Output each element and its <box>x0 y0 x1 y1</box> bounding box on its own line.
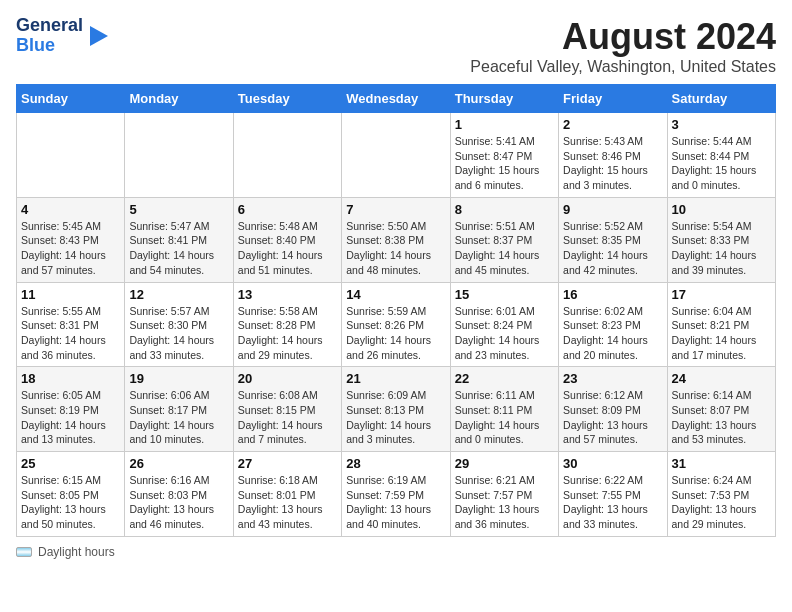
day-number: 11 <box>21 287 120 302</box>
day-number: 12 <box>129 287 228 302</box>
calendar-cell: 2Sunrise: 5:43 AM Sunset: 8:46 PM Daylig… <box>559 113 667 198</box>
day-number: 31 <box>672 456 771 471</box>
day-header-tuesday: Tuesday <box>233 85 341 113</box>
calendar-cell: 11Sunrise: 5:55 AM Sunset: 8:31 PM Dayli… <box>17 282 125 367</box>
day-info: Sunrise: 6:24 AM Sunset: 7:53 PM Dayligh… <box>672 473 771 532</box>
calendar-week-row: 11Sunrise: 5:55 AM Sunset: 8:31 PM Dayli… <box>17 282 776 367</box>
day-number: 27 <box>238 456 337 471</box>
day-header-saturday: Saturday <box>667 85 775 113</box>
calendar-cell: 9Sunrise: 5:52 AM Sunset: 8:35 PM Daylig… <box>559 197 667 282</box>
calendar-cell: 26Sunrise: 6:16 AM Sunset: 8:03 PM Dayli… <box>125 452 233 537</box>
day-info: Sunrise: 5:50 AM Sunset: 8:38 PM Dayligh… <box>346 219 445 278</box>
day-info: Sunrise: 6:16 AM Sunset: 8:03 PM Dayligh… <box>129 473 228 532</box>
day-info: Sunrise: 5:55 AM Sunset: 8:31 PM Dayligh… <box>21 304 120 363</box>
day-header-friday: Friday <box>559 85 667 113</box>
day-info: Sunrise: 6:04 AM Sunset: 8:21 PM Dayligh… <box>672 304 771 363</box>
day-number: 21 <box>346 371 445 386</box>
day-info: Sunrise: 5:58 AM Sunset: 8:28 PM Dayligh… <box>238 304 337 363</box>
day-info: Sunrise: 6:18 AM Sunset: 8:01 PM Dayligh… <box>238 473 337 532</box>
day-number: 23 <box>563 371 662 386</box>
day-info: Sunrise: 6:11 AM Sunset: 8:11 PM Dayligh… <box>455 388 554 447</box>
calendar-cell: 21Sunrise: 6:09 AM Sunset: 8:13 PM Dayli… <box>342 367 450 452</box>
day-info: Sunrise: 6:06 AM Sunset: 8:17 PM Dayligh… <box>129 388 228 447</box>
day-info: Sunrise: 6:08 AM Sunset: 8:15 PM Dayligh… <box>238 388 337 447</box>
day-info: Sunrise: 6:09 AM Sunset: 8:13 PM Dayligh… <box>346 388 445 447</box>
calendar-cell: 1Sunrise: 5:41 AM Sunset: 8:47 PM Daylig… <box>450 113 558 198</box>
calendar-cell <box>17 113 125 198</box>
calendar-cell: 24Sunrise: 6:14 AM Sunset: 8:07 PM Dayli… <box>667 367 775 452</box>
day-info: Sunrise: 6:05 AM Sunset: 8:19 PM Dayligh… <box>21 388 120 447</box>
calendar-cell: 8Sunrise: 5:51 AM Sunset: 8:37 PM Daylig… <box>450 197 558 282</box>
day-number: 15 <box>455 287 554 302</box>
day-number: 10 <box>672 202 771 217</box>
day-info: Sunrise: 6:19 AM Sunset: 7:59 PM Dayligh… <box>346 473 445 532</box>
calendar-cell: 23Sunrise: 6:12 AM Sunset: 8:09 PM Dayli… <box>559 367 667 452</box>
calendar-cell: 12Sunrise: 5:57 AM Sunset: 8:30 PM Dayli… <box>125 282 233 367</box>
day-info: Sunrise: 6:02 AM Sunset: 8:23 PM Dayligh… <box>563 304 662 363</box>
calendar-cell: 13Sunrise: 5:58 AM Sunset: 8:28 PM Dayli… <box>233 282 341 367</box>
day-number: 14 <box>346 287 445 302</box>
day-info: Sunrise: 6:22 AM Sunset: 7:55 PM Dayligh… <box>563 473 662 532</box>
calendar-cell: 3Sunrise: 5:44 AM Sunset: 8:44 PM Daylig… <box>667 113 775 198</box>
svg-marker-0 <box>90 26 108 46</box>
calendar-cell: 25Sunrise: 6:15 AM Sunset: 8:05 PM Dayli… <box>17 452 125 537</box>
daylight-icon <box>16 547 32 557</box>
day-info: Sunrise: 5:44 AM Sunset: 8:44 PM Dayligh… <box>672 134 771 193</box>
calendar-cell: 27Sunrise: 6:18 AM Sunset: 8:01 PM Dayli… <box>233 452 341 537</box>
calendar-cell: 17Sunrise: 6:04 AM Sunset: 8:21 PM Dayli… <box>667 282 775 367</box>
day-number: 30 <box>563 456 662 471</box>
day-info: Sunrise: 5:43 AM Sunset: 8:46 PM Dayligh… <box>563 134 662 193</box>
day-number: 5 <box>129 202 228 217</box>
day-number: 7 <box>346 202 445 217</box>
title-block: August 2024 Peaceful Valley, Washington,… <box>470 16 776 76</box>
page-header: General Blue August 2024 Peaceful Valley… <box>16 16 776 76</box>
day-number: 1 <box>455 117 554 132</box>
calendar-table: SundayMondayTuesdayWednesdayThursdayFrid… <box>16 84 776 537</box>
day-number: 29 <box>455 456 554 471</box>
day-header-wednesday: Wednesday <box>342 85 450 113</box>
day-info: Sunrise: 5:59 AM Sunset: 8:26 PM Dayligh… <box>346 304 445 363</box>
logo: General Blue <box>16 16 108 56</box>
logo-arrow-icon <box>90 25 108 47</box>
calendar-cell <box>342 113 450 198</box>
calendar-cell: 4Sunrise: 5:45 AM Sunset: 8:43 PM Daylig… <box>17 197 125 282</box>
calendar-cell: 28Sunrise: 6:19 AM Sunset: 7:59 PM Dayli… <box>342 452 450 537</box>
day-number: 19 <box>129 371 228 386</box>
logo-text-general: General <box>16 16 83 36</box>
day-number: 9 <box>563 202 662 217</box>
day-header-sunday: Sunday <box>17 85 125 113</box>
day-info: Sunrise: 5:57 AM Sunset: 8:30 PM Dayligh… <box>129 304 228 363</box>
day-number: 26 <box>129 456 228 471</box>
month-title: August 2024 <box>470 16 776 58</box>
day-info: Sunrise: 6:21 AM Sunset: 7:57 PM Dayligh… <box>455 473 554 532</box>
day-info: Sunrise: 5:41 AM Sunset: 8:47 PM Dayligh… <box>455 134 554 193</box>
day-number: 3 <box>672 117 771 132</box>
calendar-cell: 31Sunrise: 6:24 AM Sunset: 7:53 PM Dayli… <box>667 452 775 537</box>
day-number: 17 <box>672 287 771 302</box>
calendar-cell: 15Sunrise: 6:01 AM Sunset: 8:24 PM Dayli… <box>450 282 558 367</box>
day-number: 20 <box>238 371 337 386</box>
day-header-monday: Monday <box>125 85 233 113</box>
calendar-cell: 10Sunrise: 5:54 AM Sunset: 8:33 PM Dayli… <box>667 197 775 282</box>
day-info: Sunrise: 6:14 AM Sunset: 8:07 PM Dayligh… <box>672 388 771 447</box>
calendar-cell: 29Sunrise: 6:21 AM Sunset: 7:57 PM Dayli… <box>450 452 558 537</box>
day-number: 2 <box>563 117 662 132</box>
calendar-cell: 6Sunrise: 5:48 AM Sunset: 8:40 PM Daylig… <box>233 197 341 282</box>
day-number: 22 <box>455 371 554 386</box>
calendar-week-row: 1Sunrise: 5:41 AM Sunset: 8:47 PM Daylig… <box>17 113 776 198</box>
calendar-cell: 20Sunrise: 6:08 AM Sunset: 8:15 PM Dayli… <box>233 367 341 452</box>
day-number: 16 <box>563 287 662 302</box>
calendar-cell <box>125 113 233 198</box>
calendar-cell: 19Sunrise: 6:06 AM Sunset: 8:17 PM Dayli… <box>125 367 233 452</box>
calendar-header-row: SundayMondayTuesdayWednesdayThursdayFrid… <box>17 85 776 113</box>
day-number: 8 <box>455 202 554 217</box>
day-number: 4 <box>21 202 120 217</box>
day-number: 13 <box>238 287 337 302</box>
day-number: 18 <box>21 371 120 386</box>
calendar-cell: 30Sunrise: 6:22 AM Sunset: 7:55 PM Dayli… <box>559 452 667 537</box>
day-info: Sunrise: 6:01 AM Sunset: 8:24 PM Dayligh… <box>455 304 554 363</box>
day-number: 6 <box>238 202 337 217</box>
calendar-week-row: 25Sunrise: 6:15 AM Sunset: 8:05 PM Dayli… <box>17 452 776 537</box>
day-info: Sunrise: 5:51 AM Sunset: 8:37 PM Dayligh… <box>455 219 554 278</box>
day-info: Sunrise: 6:15 AM Sunset: 8:05 PM Dayligh… <box>21 473 120 532</box>
